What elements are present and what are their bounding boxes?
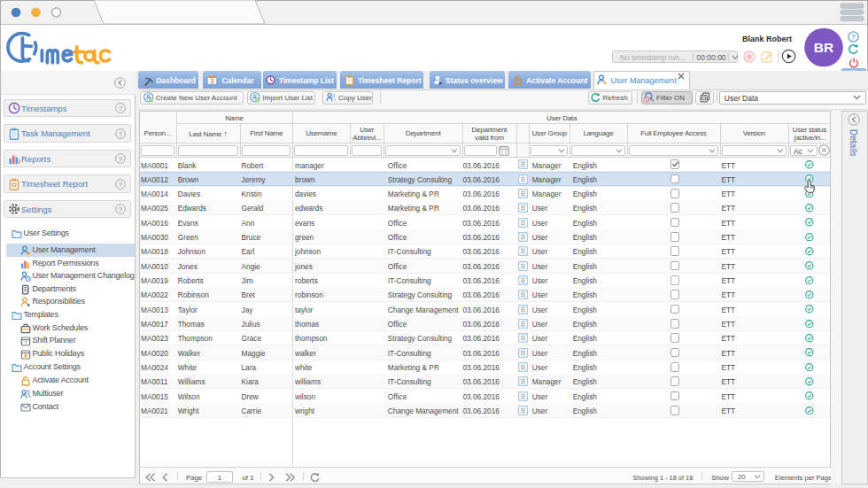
svg-text:?: ? [119, 205, 123, 213]
svg-text:7: 7 [24, 340, 27, 345]
svg-text:?: ? [851, 33, 856, 41]
svg-text:?: ? [119, 129, 123, 137]
svg-text:BR: BR [814, 40, 833, 55]
svg-text:?: ? [119, 180, 123, 188]
svg-text:?: ? [119, 105, 123, 112]
svg-text:?: ? [119, 155, 123, 163]
svg-text:3: 3 [211, 78, 214, 84]
